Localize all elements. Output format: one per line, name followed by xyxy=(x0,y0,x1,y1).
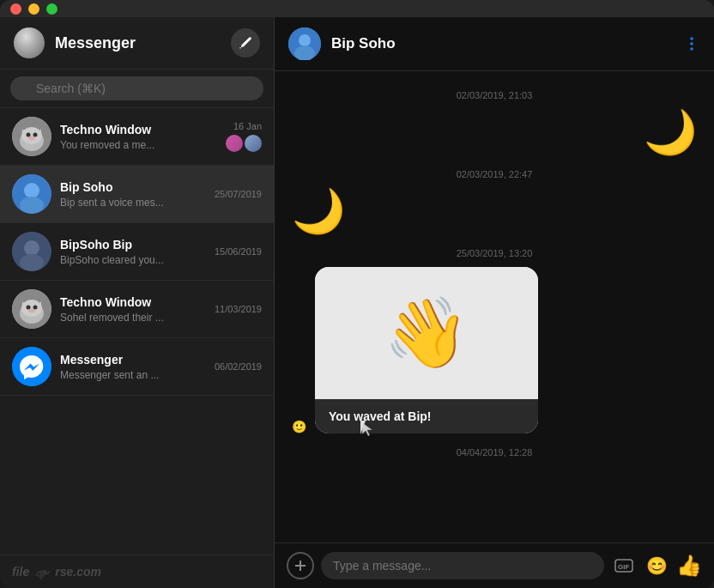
wave-emoji: 👋 xyxy=(384,293,469,373)
message-row-moon-received: 🌙 xyxy=(292,190,697,233)
chat-area: Bip Soho 02/03/2019, 21:03 🌙 02/03/2019,… xyxy=(275,17,714,588)
sidebar: Messenger 🔍 xyxy=(0,17,275,588)
conversation-badge xyxy=(226,135,262,152)
conversation-info: Techno Window Sohel removed their ... xyxy=(60,295,206,324)
sidebar-title: Messenger xyxy=(55,34,136,52)
wave-card: 👋 You waved at Bip! xyxy=(315,267,538,433)
svg-point-20 xyxy=(42,570,47,575)
svg-point-8 xyxy=(24,183,39,198)
conversation-avatar xyxy=(12,232,51,271)
conversation-preview: BipSoho cleared you... xyxy=(60,254,206,266)
conversation-preview: Bip sent a voice mes... xyxy=(60,197,206,209)
sidebar-header: Messenger xyxy=(0,17,274,70)
svg-point-24 xyxy=(690,37,693,40)
svg-point-11 xyxy=(24,240,39,256)
svg-point-22 xyxy=(299,34,311,46)
sidebar-footer: file rse.com xyxy=(0,555,274,588)
conversation-avatar xyxy=(12,174,51,214)
title-bar xyxy=(0,0,714,17)
message-timestamp: 02/03/2019, 21:03 xyxy=(292,90,697,100)
minimize-button[interactable] xyxy=(28,3,39,15)
conversation-avatar xyxy=(12,347,51,386)
svg-point-12 xyxy=(20,254,44,271)
svg-point-16 xyxy=(27,306,31,310)
more-options-button[interactable] xyxy=(683,35,700,52)
like-button[interactable]: 👍 xyxy=(676,554,702,578)
add-attachment-button[interactable] xyxy=(287,552,314,579)
conversation-name: Techno Window xyxy=(60,123,217,136)
conversation-meta: 06/02/2019 xyxy=(215,361,262,372)
conversation-info: BipSoho Bip BipSoho cleared you... xyxy=(60,238,206,266)
chat-contact-avatar xyxy=(288,27,321,60)
svg-point-3 xyxy=(21,127,42,144)
conversation-item-techno-window-2[interactable]: Techno Window Sohel removed their ... 11… xyxy=(0,281,274,338)
conversation-avatar xyxy=(12,289,51,329)
chat-contact-name: Bip Soho xyxy=(331,35,673,52)
conversation-name: Techno Window xyxy=(60,295,206,309)
conversation-meta: 16 Jan xyxy=(226,121,262,152)
chat-messages: 02/03/2019, 21:03 🌙 02/03/2019, 22:47 🌙 … xyxy=(275,71,714,543)
svg-point-5 xyxy=(33,133,38,137)
maximize-button[interactable] xyxy=(46,3,57,15)
conversation-avatar xyxy=(12,117,51,156)
conversation-preview: Sohel removed their ... xyxy=(60,312,206,324)
svg-point-4 xyxy=(27,133,31,137)
svg-point-19 xyxy=(12,347,51,386)
conversation-meta: 15/06/2019 xyxy=(215,246,262,257)
svg-text:GIF: GIF xyxy=(618,563,629,571)
conversation-preview: Messenger sent an ... xyxy=(60,369,206,381)
message-row-moon-sent: 🌙 xyxy=(292,111,697,154)
conversation-item-messenger[interactable]: Messenger Messenger sent an ... 06/02/20… xyxy=(0,338,274,396)
conversation-name: Bip Soho xyxy=(60,180,206,194)
conversation-item-bip-soho[interactable]: Bip Soho Bip sent a voice mes... 25/07/2… xyxy=(0,166,274,223)
moon-emoji-sent: 🌙 xyxy=(644,111,697,154)
conversation-list: Techno Window You removed a me... 16 Jan xyxy=(0,108,274,555)
svg-rect-0 xyxy=(240,47,241,49)
conversation-date: 25/07/2019 xyxy=(215,189,262,199)
message-timestamp-3: 25/03/2019, 13:20 xyxy=(292,248,697,258)
input-actions: GIF 😊 xyxy=(611,553,669,579)
conversation-date: 16 Jan xyxy=(233,121,262,131)
conversation-meta: 11/03/2019 xyxy=(215,304,262,314)
svg-point-26 xyxy=(690,47,693,51)
wave-message-row: 🙂 👋 You waved at Bip! xyxy=(292,267,697,433)
app-container: Messenger 🔍 xyxy=(0,0,714,588)
conversation-info: Techno Window You removed a me... xyxy=(60,123,217,151)
svg-point-18 xyxy=(28,309,35,313)
conversation-date: 11/03/2019 xyxy=(215,304,262,314)
svg-point-6 xyxy=(28,136,35,141)
emoji-button[interactable]: 😊 xyxy=(644,553,669,579)
chat-header: Bip Soho xyxy=(275,17,714,71)
emoji-reaction[interactable]: 🙂 xyxy=(292,420,306,433)
user-avatar[interactable] xyxy=(14,27,45,58)
conversation-item-bipsoho-bip[interactable]: BipSoho Bip BipSoho cleared you... 15/06… xyxy=(0,223,274,281)
compose-button[interactable] xyxy=(231,28,260,58)
close-button[interactable] xyxy=(10,3,21,15)
message-input[interactable] xyxy=(321,552,604,579)
sidebar-title-area: Messenger xyxy=(14,27,136,58)
conversation-info: Bip Soho Bip sent a voice mes... xyxy=(60,180,206,209)
conversation-date: 06/02/2019 xyxy=(215,361,262,372)
conversation-meta: 25/07/2019 xyxy=(215,189,262,199)
wave-card-footer: You waved at Bip! xyxy=(315,399,538,433)
moon-emoji-received: 🌙 xyxy=(292,190,345,233)
conversation-name: Messenger xyxy=(60,353,206,367)
svg-point-15 xyxy=(21,300,42,317)
conversation-item[interactable]: Techno Window You removed a me... 16 Jan xyxy=(0,108,274,166)
message-timestamp-2: 02/03/2019, 22:47 xyxy=(292,169,697,179)
search-bar: 🔍 xyxy=(0,70,274,108)
filehorse-logo: file rse.com xyxy=(12,564,101,579)
svg-point-9 xyxy=(20,197,44,214)
filehorse-text2: rse.com xyxy=(55,565,101,579)
wave-card-content: 👋 xyxy=(315,267,538,399)
conversation-date: 15/06/2019 xyxy=(215,246,262,257)
search-input[interactable] xyxy=(10,76,263,100)
svg-point-17 xyxy=(33,306,38,310)
conversation-info: Messenger Messenger sent an ... xyxy=(60,353,206,381)
svg-point-25 xyxy=(690,42,693,45)
conversation-preview: You removed a me... xyxy=(60,139,217,151)
search-wrapper: 🔍 xyxy=(10,76,263,100)
gif-button[interactable]: GIF xyxy=(611,553,637,579)
message-timestamp-4: 04/04/2019, 12:28 xyxy=(292,447,697,458)
chat-input-area: GIF 😊 👍 xyxy=(275,543,714,588)
